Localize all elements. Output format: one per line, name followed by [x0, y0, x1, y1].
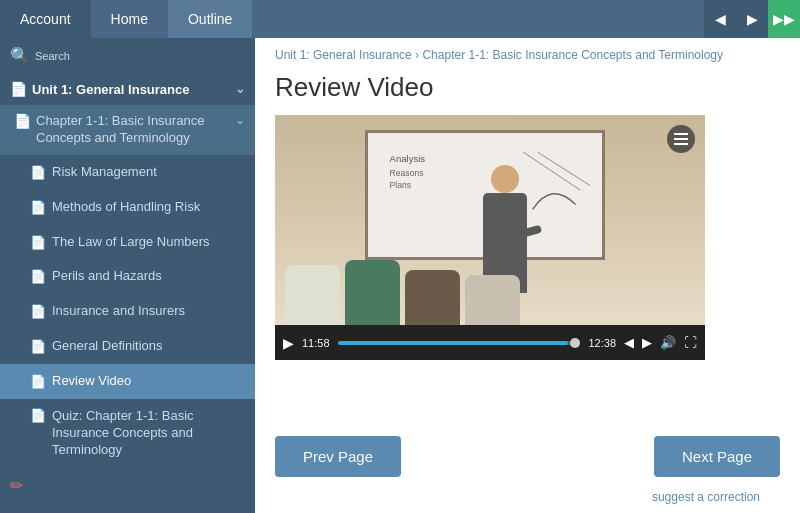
breadcrumb-chapter-link[interactable]: Chapter 1-1: Basic Insurance Concepts an… [422, 48, 723, 62]
progress-track[interactable] [338, 341, 581, 345]
fullscreen-icon[interactable]: ⛶ [684, 335, 697, 350]
sidebar-item-quiz[interactable]: 📄 Quiz: Chapter 1-1: Basic Insurance Con… [0, 399, 255, 468]
lesson-doc-icon-5: 📄 [30, 304, 52, 319]
lesson-label-1: Risk Management [52, 164, 245, 181]
forward-btn[interactable]: ▶ [642, 335, 652, 350]
rewind-btn[interactable]: ◀ [624, 335, 634, 350]
svg-text:Reasons: Reasons [390, 168, 424, 178]
edit-pencil-icon[interactable]: ✏ [0, 468, 255, 503]
unit-label: Unit 1: General Insurance [32, 82, 235, 97]
svg-line-4 [537, 152, 589, 185]
lesson-label-6: General Definitions [52, 338, 245, 355]
video-scene: Analysis Reasons Plans [275, 115, 705, 325]
progress-dot [570, 338, 580, 348]
nav-arrows: ◀ ▶ ▶▶ [704, 0, 800, 38]
next-arrow-btn[interactable]: ▶ [736, 0, 768, 38]
sidebar-item-perils[interactable]: 📄 Perils and Hazards [0, 259, 255, 294]
suggest-correction-link[interactable]: suggest a correction [652, 484, 780, 512]
video-menu-icon[interactable] [667, 125, 695, 153]
video-player[interactable]: Analysis Reasons Plans [275, 115, 705, 360]
chapter-chevron-icon: ⌄ [235, 113, 245, 127]
nav-home[interactable]: Home [91, 0, 168, 38]
video-controls-bar: ▶ 11:58 12:38 ◀ ▶ 🔊 ⛶ [275, 325, 705, 360]
next-page-button[interactable]: Next Page [654, 436, 780, 477]
main-layout: 🔍 Search 📄 Unit 1: General Insurance ⌄ 📄… [0, 38, 800, 513]
lesson-doc-icon-1: 📄 [30, 165, 52, 180]
volume-icon[interactable]: 🔊 [660, 335, 676, 350]
page-title: Review Video [255, 66, 800, 115]
sidebar-chapter-1-1[interactable]: 📄 Chapter 1-1: Basic Insurance Concepts … [0, 105, 255, 155]
quiz-doc-icon: 📄 [30, 408, 52, 423]
top-nav: Account Home Outline ◀ ▶ ▶▶ [0, 0, 800, 38]
svg-text:Analysis: Analysis [390, 153, 426, 164]
nav-account[interactable]: Account [0, 0, 91, 38]
lesson-doc-icon-3: 📄 [30, 235, 52, 250]
play-pause-btn[interactable]: ▶ [283, 335, 294, 351]
lesson-doc-icon-6: 📄 [30, 339, 52, 354]
lesson-label-4: Perils and Hazards [52, 268, 245, 285]
fast-forward-btn[interactable]: ▶▶ [768, 0, 800, 38]
lesson-doc-icon-7: 📄 [30, 374, 52, 389]
content-area: Unit 1: General Insurance › Chapter 1-1:… [255, 38, 800, 513]
lesson-label-7: Review Video [52, 373, 245, 390]
sidebar-item-risk-management[interactable]: 📄 Risk Management [0, 155, 255, 190]
students-group [275, 255, 705, 325]
unit-chevron-icon: ⌄ [235, 82, 245, 96]
sidebar-item-law-large[interactable]: 📄 The Law of Large Numbers [0, 225, 255, 260]
page-nav: Prev Page Next Page [255, 416, 800, 487]
sidebar-item-review-video[interactable]: 📄 Review Video [0, 364, 255, 399]
lesson-doc-icon-2: 📄 [30, 200, 52, 215]
sidebar: 🔍 Search 📄 Unit 1: General Insurance ⌄ 📄… [0, 38, 255, 513]
search-label: Search [35, 50, 70, 62]
lesson-label-3: The Law of Large Numbers [52, 234, 245, 251]
breadcrumb-unit-link[interactable]: Unit 1: General Insurance [275, 48, 412, 62]
duration-label: 12:38 [588, 337, 616, 349]
breadcrumb: Unit 1: General Insurance › Chapter 1-1:… [255, 38, 800, 66]
sidebar-search[interactable]: 🔍 Search [0, 38, 255, 73]
unit-doc-icon: 📄 [10, 81, 32, 97]
sidebar-item-insurance-insurers[interactable]: 📄 Insurance and Insurers [0, 294, 255, 329]
sidebar-item-methods[interactable]: 📄 Methods of Handling Risk [0, 190, 255, 225]
search-icon: 🔍 [10, 46, 30, 65]
prev-arrow-btn[interactable]: ◀ [704, 0, 736, 38]
progress-fill [338, 341, 569, 345]
chapter-doc-icon: 📄 [14, 113, 36, 129]
sidebar-item-general-defs[interactable]: 📄 General Definitions [0, 329, 255, 364]
prev-page-button[interactable]: Prev Page [275, 436, 401, 477]
lesson-doc-icon-4: 📄 [30, 269, 52, 284]
current-time-label: 11:58 [302, 337, 330, 349]
nav-outline[interactable]: Outline [168, 0, 252, 38]
sidebar-unit-1[interactable]: 📄 Unit 1: General Insurance ⌄ [0, 73, 255, 105]
svg-text:Plans: Plans [390, 180, 411, 190]
chapter-label: Chapter 1-1: Basic Insurance Concepts an… [36, 113, 235, 147]
lesson-label-2: Methods of Handling Risk [52, 199, 245, 216]
quiz-label: Quiz: Chapter 1-1: Basic Insurance Conce… [52, 408, 245, 459]
lesson-label-5: Insurance and Insurers [52, 303, 245, 320]
